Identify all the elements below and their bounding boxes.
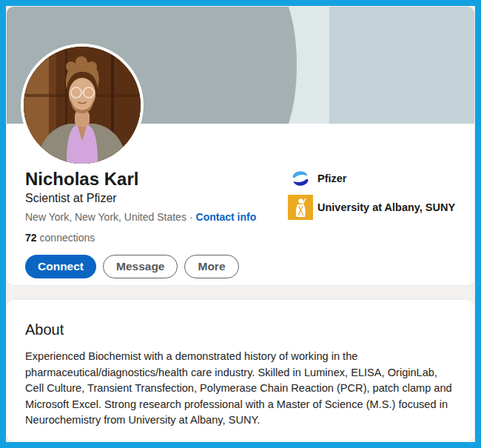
- linkedin-profile-page: Nicholas Karl Scientist at Pfizer New Yo…: [6, 6, 475, 442]
- profile-photo[interactable]: [21, 44, 144, 167]
- separator-dot: ·: [189, 211, 193, 223]
- message-button[interactable]: Message: [103, 255, 178, 278]
- profile-photo-graphic: [24, 47, 141, 164]
- connections-count: 72: [25, 232, 37, 244]
- connections-link[interactable]: 72connections: [25, 230, 474, 245]
- affiliation-pfizer[interactable]: Pfizer: [287, 169, 455, 188]
- about-text: Experienced Biochemist with a demonstrat…: [25, 349, 456, 429]
- affiliations: Pfizer University at Albany, SUNY: [287, 169, 455, 220]
- ualbany-logo-icon: [287, 195, 314, 220]
- pfizer-logo-icon: [287, 169, 314, 188]
- affiliation-label: University at Albany, SUNY: [317, 201, 455, 213]
- action-buttons: Connect Message More: [25, 255, 474, 278]
- about-section-title: About: [25, 321, 456, 339]
- affiliation-ualbany[interactable]: University at Albany, SUNY: [287, 195, 455, 220]
- profile-location: New York, New York, United States: [25, 211, 186, 223]
- about-card: About Experienced Biochemist with a demo…: [6, 299, 475, 442]
- window-frame: Nicholas Karl Scientist at Pfizer New Yo…: [0, 0, 481, 448]
- contact-info-link[interactable]: Contact info: [196, 211, 257, 223]
- profile-card: Nicholas Karl Scientist at Pfizer New Yo…: [6, 6, 475, 286]
- connections-label: connections: [40, 232, 95, 244]
- more-button[interactable]: More: [184, 255, 238, 278]
- affiliation-label: Pfizer: [317, 173, 347, 184]
- connect-button[interactable]: Connect: [25, 255, 96, 278]
